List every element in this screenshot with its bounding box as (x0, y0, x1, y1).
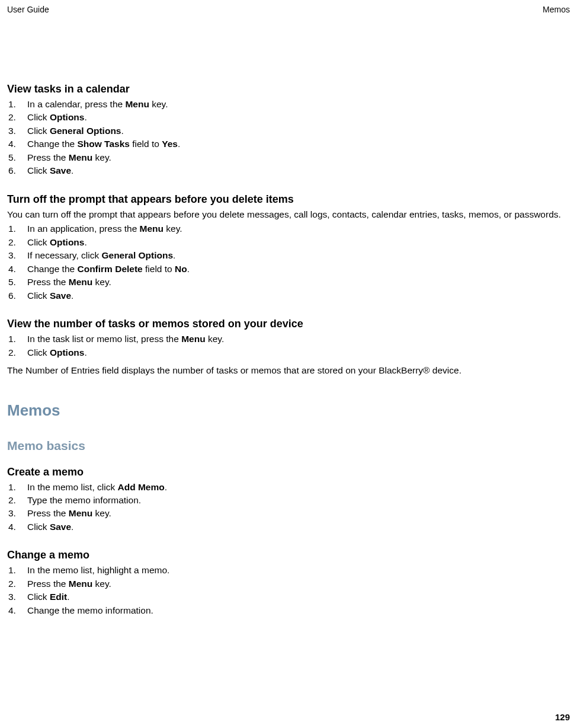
bold-text: Menu (140, 223, 164, 234)
bold-text: General Options (101, 250, 173, 260)
list-item: 4.Click Save. (7, 521, 570, 534)
list-item: 3.Press the Menu key. (7, 507, 570, 520)
step-number: 3. (7, 507, 24, 520)
list-item: 3.Click Edit. (7, 590, 570, 604)
list-item: 2.Click Options. (7, 111, 570, 124)
list-item: 1.In an application, press the Menu key. (7, 222, 570, 235)
bold-text: Save (50, 522, 71, 532)
step-text: Type the memo information. (24, 494, 570, 507)
list-item: 5.Press the Menu key. (7, 276, 570, 289)
bold-text: General Options (50, 126, 121, 136)
step-text: Click Save. (24, 289, 570, 302)
step-text: Click Save. (24, 521, 570, 534)
step-number: 4. (7, 604, 24, 617)
bold-text: Options (50, 237, 85, 247)
bold-text: Menu (69, 579, 92, 589)
step-text: Change the Show Tasks field to Yes. (24, 138, 570, 151)
bold-text: Yes (162, 139, 178, 149)
step-number: 2. (7, 494, 24, 507)
list-item: 1.In the task list or memo list, press t… (7, 333, 570, 346)
content: View tasks in a calendar 1.In a calendar… (7, 83, 570, 621)
list-item: 1.In a calendar, press the Menu key. (7, 98, 570, 111)
list-item: 1.In the memo list, highlight a memo. (7, 564, 570, 577)
list-item: 5.Press the Menu key. (7, 151, 570, 164)
header-left: User Guide (7, 5, 49, 14)
bold-text: Menu (69, 152, 92, 162)
step-number: 5. (7, 151, 24, 164)
list-item: 1.In the memo list, click Add Memo. (7, 481, 570, 494)
steps-turn-off-prompt: 1.In an application, press the Menu key.… (7, 222, 570, 302)
list-item: 2.Press the Menu key. (7, 577, 570, 590)
step-text: Click General Options. (24, 124, 570, 138)
list-item: 3.If necessary, click General Options. (7, 249, 570, 262)
step-number: 4. (7, 521, 24, 534)
step-text: Press the Menu key. (24, 577, 570, 590)
step-number: 6. (7, 289, 24, 302)
step-text: Press the Menu key. (24, 507, 570, 520)
bold-text: Save (50, 165, 71, 175)
list-item: 6.Click Save. (7, 289, 570, 302)
step-number: 1. (7, 98, 24, 111)
bold-text: Options (50, 112, 85, 122)
step-number: 4. (7, 263, 24, 276)
list-item: 3.Click General Options. (7, 124, 570, 138)
outro-view-number: The Number of Entries field displays the… (7, 364, 570, 377)
step-number: 3. (7, 124, 24, 138)
list-item: 2.Type the memo information. (7, 494, 570, 507)
bold-text: Save (50, 290, 71, 301)
bold-text: Show Tasks (77, 139, 129, 149)
steps-view-tasks: 1.In a calendar, press the Menu key.2.Cl… (7, 98, 570, 178)
bold-text: Menu (125, 99, 149, 109)
bold-text: Menu (69, 277, 92, 287)
step-text: In the task list or memo list, press the… (24, 333, 570, 346)
bold-text: No (175, 264, 187, 274)
step-text: If necessary, click General Options. (24, 249, 570, 262)
page-number: 129 (555, 712, 570, 722)
step-number: 1. (7, 222, 24, 235)
heading-change-memo: Change a memo (7, 549, 570, 561)
step-text: In an application, press the Menu key. (24, 222, 570, 235)
step-number: 3. (7, 590, 24, 604)
intro-turn-off-prompt: You can turn off the prompt that appears… (7, 208, 570, 221)
step-number: 1. (7, 333, 24, 346)
step-text: Click Options. (24, 346, 570, 359)
steps-create-memo: 1.In the memo list, click Add Memo.2.Typ… (7, 481, 570, 534)
steps-change-memo: 1.In the memo list, highlight a memo.2.P… (7, 564, 570, 617)
heading-memos: Memos (7, 401, 570, 420)
heading-memo-basics: Memo basics (7, 439, 570, 453)
step-number: 1. (7, 481, 24, 494)
heading-view-number: View the number of tasks or memos stored… (7, 318, 570, 330)
bold-text: Menu (181, 334, 205, 344)
step-number: 1. (7, 564, 24, 577)
step-number: 2. (7, 236, 24, 249)
step-number: 4. (7, 138, 24, 151)
list-item: 2.Click Options. (7, 346, 570, 359)
step-text: Click Options. (24, 111, 570, 124)
step-number: 3. (7, 249, 24, 262)
list-item: 6.Click Save. (7, 164, 570, 177)
step-text: Click Save. (24, 164, 570, 177)
list-item: 2.Click Options. (7, 236, 570, 249)
step-text: In a calendar, press the Menu key. (24, 98, 570, 111)
bold-text: Options (50, 347, 85, 357)
step-number: 2. (7, 577, 24, 590)
heading-turn-off-prompt: Turn off the prompt that appears before … (7, 193, 570, 206)
step-text: Click Options. (24, 236, 570, 249)
step-text: Press the Menu key. (24, 151, 570, 164)
step-text: In the memo list, highlight a memo. (24, 564, 570, 577)
step-number: 5. (7, 276, 24, 289)
bold-text: Add Memo (117, 482, 164, 492)
bold-text: Menu (69, 508, 92, 518)
step-number: 2. (7, 346, 24, 359)
bold-text: Confirm Delete (77, 264, 142, 274)
step-text: Change the memo information. (24, 604, 570, 617)
page: User Guide Memos 129 View tasks in a cal… (0, 0, 577, 728)
heading-view-tasks: View tasks in a calendar (7, 83, 570, 95)
heading-create-memo: Create a memo (7, 466, 570, 478)
bold-text: Edit (50, 592, 67, 602)
step-text: In the memo list, click Add Memo. (24, 481, 570, 494)
step-text: Press the Menu key. (24, 276, 570, 289)
list-item: 4.Change the memo information. (7, 604, 570, 617)
list-item: 4.Change the Show Tasks field to Yes. (7, 138, 570, 151)
list-item: 4.Change the Confirm Delete field to No. (7, 263, 570, 276)
